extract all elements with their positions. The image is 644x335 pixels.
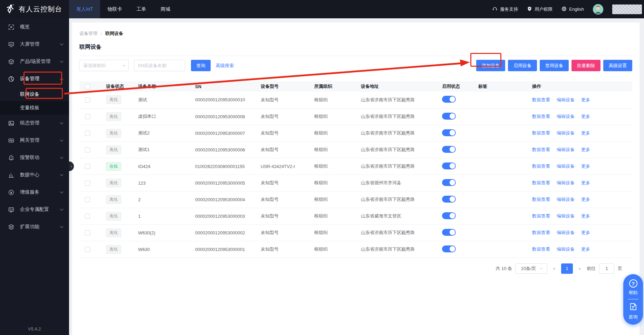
edit-device-link[interactable]: 编辑设备	[557, 97, 575, 102]
sidebar-item-大屏管理[interactable]: 大屏管理	[0, 36, 69, 53]
sidebar: 概览大屏管理产品/场景管理设备管理联网设备变量模板组态管理网关管理报警联动数据中…	[0, 18, 69, 335]
row-checkbox[interactable]	[85, 147, 90, 152]
data-view-link[interactable]: 数据查看	[532, 180, 550, 185]
data-view-link[interactable]: 数据查看	[532, 130, 550, 136]
enable-toggle[interactable]	[442, 196, 456, 203]
sidebar-item-企业专属配置[interactable]: 企业专属配置	[0, 201, 69, 218]
data-view-link[interactable]: 数据查看	[532, 213, 550, 218]
device-model-cell: USR-IO424TV2-I	[261, 158, 314, 175]
vas-icon	[8, 189, 14, 195]
page-size-select[interactable]: 10条/页	[516, 263, 547, 274]
sidebar-item-数据中心[interactable]: 数据中心	[0, 166, 69, 184]
batch-delete-button[interactable]: 批量删除	[571, 60, 600, 71]
more-link[interactable]: 更多	[581, 246, 590, 252]
enable-toggle[interactable]	[442, 96, 456, 103]
enable-toggle[interactable]	[442, 146, 456, 153]
edit-device-link[interactable]: 编辑设备	[557, 213, 575, 218]
edit-device-link[interactable]: 编辑设备	[557, 180, 575, 185]
sidebar-item-设备管理[interactable]: 设备管理	[0, 70, 69, 87]
add-device-button[interactable]: 添加设备	[476, 60, 505, 71]
question-icon: ?	[629, 279, 637, 288]
consult-button[interactable]: 咨询	[629, 303, 638, 320]
service-support-button[interactable]: 服务支持	[492, 6, 518, 12]
sidebar-item-扩展功能[interactable]: 扩展功能	[0, 218, 69, 235]
user-avatar[interactable]	[593, 4, 603, 15]
edit-device-link[interactable]: 编辑设备	[557, 114, 575, 119]
enable-toggle[interactable]	[442, 212, 456, 219]
advanced-settings-button[interactable]: 高级设置	[603, 60, 632, 71]
more-link[interactable]: 更多	[581, 97, 590, 102]
data-view-link[interactable]: 数据查看	[532, 114, 550, 119]
device-name-cell: 2	[138, 191, 195, 208]
sidebar-item-组态管理[interactable]: 组态管理	[0, 114, 69, 132]
enable-device-button[interactable]: 启用设备	[508, 60, 537, 71]
next-page-button[interactable]: ›	[576, 266, 583, 271]
goto-page-input[interactable]	[599, 263, 614, 274]
row-checkbox[interactable]	[85, 114, 90, 119]
sidebar-item-产品/场景管理[interactable]: 产品/场景管理	[0, 53, 69, 70]
data-view-link[interactable]: 数据查看	[532, 246, 550, 252]
enable-toggle[interactable]	[442, 245, 456, 252]
more-link[interactable]: 更多	[581, 213, 590, 218]
data-view-link[interactable]: 数据查看	[532, 230, 550, 235]
more-link[interactable]: 更多	[581, 197, 590, 202]
row-checkbox[interactable]	[85, 97, 90, 103]
sidebar-item-增值服务[interactable]: 增值服务	[0, 184, 69, 201]
edit-device-link[interactable]: 编辑设备	[557, 197, 575, 202]
language-switch[interactable]: English	[561, 6, 584, 12]
more-link[interactable]: 更多	[581, 130, 590, 136]
organization-select[interactable]: 请选择组织	[79, 60, 129, 71]
chevron-down-icon	[60, 156, 64, 159]
sidebar-item-概览[interactable]: 概览	[0, 18, 69, 36]
chevron-down-icon	[60, 190, 64, 194]
top-tab-商城[interactable]: 商城	[153, 0, 177, 18]
enable-toggle[interactable]	[442, 162, 456, 169]
select-all-checkbox[interactable]	[85, 84, 90, 89]
device-sn-cell: 00002000120953000005	[195, 175, 261, 191]
more-link[interactable]: 更多	[581, 180, 590, 185]
row-checkbox[interactable]	[85, 164, 90, 169]
help-button[interactable]: ? 帮助	[629, 279, 638, 296]
edit-device-link[interactable]: 编辑设备	[557, 230, 575, 235]
data-view-link[interactable]: 数据查看	[532, 147, 550, 152]
row-checkbox[interactable]	[85, 214, 90, 219]
device-address-cell: 山东省威海市文登区	[361, 208, 442, 224]
advanced-search-link[interactable]: 高级搜索	[216, 63, 234, 69]
edit-device-link[interactable]: 编辑设备	[557, 130, 575, 136]
search-input[interactable]	[134, 60, 185, 71]
device-sn-cell: 00002000120953000010	[195, 92, 261, 108]
sidebar-item-网关管理[interactable]: 网关管理	[0, 132, 69, 149]
prev-page-button[interactable]: ‹	[551, 266, 558, 271]
edit-device-link[interactable]: 编辑设备	[557, 147, 575, 152]
data-view-link[interactable]: 数据查看	[532, 197, 550, 202]
data-view-link[interactable]: 数据查看	[532, 164, 550, 169]
enable-toggle[interactable]	[442, 113, 456, 120]
device-tag-cell	[478, 208, 532, 224]
enable-toggle[interactable]	[442, 179, 456, 186]
user-permissions-button[interactable]: 用户权限	[527, 6, 552, 12]
more-link[interactable]: 更多	[581, 147, 590, 152]
row-checkbox[interactable]	[85, 230, 90, 235]
row-checkbox[interactable]	[85, 131, 90, 136]
sidebar-subitem-变量模板[interactable]: 变量模板	[0, 101, 69, 114]
enable-toggle[interactable]	[442, 229, 456, 236]
edit-device-link[interactable]: 编辑设备	[557, 246, 575, 252]
more-link[interactable]: 更多	[581, 114, 590, 119]
query-button[interactable]: 查询	[191, 60, 211, 71]
row-checkbox[interactable]	[85, 180, 90, 186]
top-tab-有人IoT[interactable]: 有人IoT	[69, 0, 100, 18]
row-checkbox[interactable]	[85, 197, 90, 202]
sidebar-item-报警联动[interactable]: 报警联动	[0, 149, 69, 166]
disable-device-button[interactable]: 禁用设备	[540, 60, 569, 71]
enable-toggle[interactable]	[442, 129, 456, 136]
more-link[interactable]: 更多	[581, 164, 590, 169]
more-link[interactable]: 更多	[581, 230, 590, 235]
row-checkbox[interactable]	[85, 247, 90, 252]
edit-device-link[interactable]: 编辑设备	[557, 164, 575, 169]
sidebar-subitem-联网设备[interactable]: 联网设备	[0, 87, 69, 101]
top-tab-物联卡[interactable]: 物联卡	[100, 0, 129, 18]
data-view-link[interactable]: 数据查看	[532, 97, 550, 102]
top-tab-工单[interactable]: 工单	[129, 0, 153, 18]
current-page-button[interactable]: 1	[561, 263, 573, 274]
breadcrumb-parent[interactable]: 设备管理	[79, 30, 97, 37]
